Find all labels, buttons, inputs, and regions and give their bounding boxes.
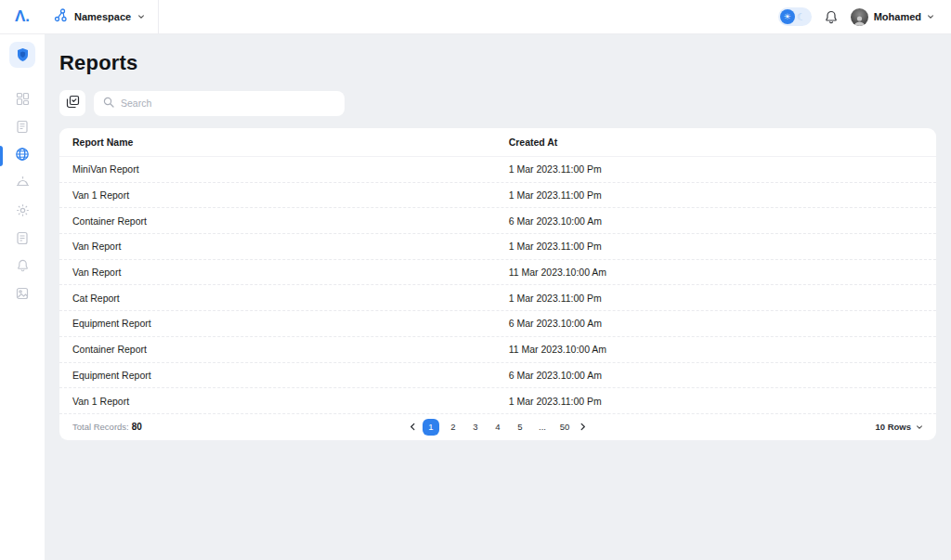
main-content: Reports Report Name Create	[45, 34, 951, 560]
dashboard-grid-icon	[16, 92, 30, 110]
pagination: 12345...50	[409, 419, 587, 436]
bell-icon	[17, 259, 29, 276]
sidebar-item-devices[interactable]	[0, 170, 45, 198]
report-name-cell: Container Report	[72, 215, 509, 227]
created-at-cell: 1 Mar 2023.11:00 Pm	[509, 163, 936, 175]
logo-icon: Λ.	[15, 7, 30, 26]
report-name-cell: MiniVan Report	[72, 163, 509, 175]
table-row[interactable]: Van 1 Report1 Mar 2023.11:00 Pm	[59, 388, 936, 414]
table-row[interactable]: Container Report6 Mar 2023.10:00 Am	[59, 208, 936, 234]
topbar: Λ. Namespace ☀ ☾	[0, 0, 951, 34]
page-button[interactable]: 3	[467, 419, 484, 436]
report-name-cell: Van 1 Report	[72, 189, 509, 201]
chevron-down-icon	[916, 423, 923, 431]
table-footer: Total Records:80 12345...50 10 Rows	[59, 414, 936, 440]
sidebar-item-dashboard[interactable]	[0, 86, 45, 114]
report-document-icon	[16, 231, 29, 249]
report-name-cell: Equipment Report	[72, 318, 509, 329]
report-name-cell: Van Report	[72, 267, 509, 278]
created-at-cell: 1 Mar 2023.11:00 Pm	[509, 241, 936, 252]
shield-icon	[9, 42, 35, 68]
user-photo-avatar	[851, 8, 868, 26]
gear-icon	[16, 203, 30, 221]
created-at-cell: 11 Mar 2023.10:00 Am	[509, 267, 936, 278]
hierarchy-nodes-icon	[54, 8, 68, 26]
report-name-cell: Equipment Report	[72, 370, 509, 381]
table-header: Report Name Created At	[59, 128, 936, 157]
prev-page-button[interactable]	[409, 423, 417, 431]
table-row[interactable]: Van 1 Report1 Mar 2023.11:00 Pm	[59, 183, 936, 209]
created-at-cell: 11 Mar 2023.10:00 Am	[509, 344, 936, 355]
sidebar-item-media[interactable]	[0, 281, 45, 309]
bell-icon[interactable]	[825, 10, 838, 24]
created-at-cell: 6 Mar 2023.10:00 Am	[509, 318, 936, 329]
table-body: MiniVan Report1 Mar 2023.11:00 PmVan 1 R…	[59, 157, 936, 414]
theme-toggle[interactable]: ☀ ☾	[778, 7, 812, 26]
namespace-selector[interactable]: Namespace	[45, 0, 159, 34]
search-icon	[103, 95, 114, 111]
table-row[interactable]: MiniVan Report1 Mar 2023.11:00 Pm	[59, 157, 936, 183]
sun-icon: ☀	[780, 9, 795, 24]
sidebar-item-invoices[interactable]	[0, 114, 45, 142]
user-name: Mohamed	[874, 11, 921, 22]
copy-check-icon	[66, 95, 80, 111]
chevron-down-icon	[137, 13, 145, 20]
report-name-cell: Container Report	[72, 344, 509, 355]
report-name-cell: Van Report	[72, 241, 509, 252]
image-icon	[16, 287, 29, 304]
sidebar-item-reports[interactable]	[0, 142, 45, 170]
page-title: Reports	[59, 51, 936, 75]
search-box	[94, 91, 345, 116]
page-button[interactable]: 1	[423, 419, 439, 436]
next-page-button[interactable]	[579, 423, 587, 431]
total-records: Total Records:80	[72, 422, 142, 432]
table-row[interactable]: Equipment Report6 Mar 2023.10:00 Am	[59, 363, 936, 389]
report-name-cell: Cat Report	[72, 293, 509, 304]
table-row[interactable]: Van Report1 Mar 2023.11:00 Pm	[59, 234, 936, 260]
created-at-cell: 6 Mar 2023.10:00 Am	[509, 215, 936, 227]
app-logo[interactable]: Λ.	[0, 7, 45, 26]
moon-icon: ☾	[797, 11, 806, 23]
search-input[interactable]	[121, 98, 335, 109]
column-created-at: Created At	[509, 137, 936, 148]
toolbar	[59, 90, 936, 116]
table-row[interactable]: Cat Report1 Mar 2023.11:00 Pm	[59, 285, 936, 311]
rows-per-page-select[interactable]: 10 Rows	[875, 422, 923, 432]
sidebar-item-shield[interactable]	[0, 34, 45, 75]
namespace-label: Namespace	[74, 11, 131, 22]
sidebar	[0, 34, 45, 560]
multiselect-button[interactable]	[59, 90, 85, 116]
rows-per-page-label: 10 Rows	[875, 422, 911, 432]
total-records-value: 80	[132, 422, 142, 432]
sidebar-item-settings[interactable]	[0, 198, 45, 226]
table-row[interactable]: Container Report11 Mar 2023.10:00 Am	[59, 337, 936, 363]
sidebar-item-documents[interactable]	[0, 226, 45, 254]
chevron-down-icon	[927, 13, 934, 20]
table-row[interactable]: Equipment Report6 Mar 2023.10:00 Am	[59, 311, 936, 337]
created-at-cell: 1 Mar 2023.11:00 Pm	[509, 293, 936, 304]
sidebar-item-notifications[interactable]	[0, 254, 45, 281]
dome-alert-icon	[16, 176, 30, 192]
report-name-cell: Van 1 Report	[72, 396, 509, 407]
page-button[interactable]: 5	[512, 419, 528, 436]
column-report-name: Report Name	[72, 137, 509, 148]
invoice-icon	[16, 120, 29, 137]
active-indicator	[0, 146, 3, 166]
reports-table: Report Name Created At MiniVan Report1 M…	[59, 128, 936, 440]
page-button[interactable]: 4	[489, 419, 506, 436]
page-ellipsis: ...	[534, 419, 551, 436]
created-at-cell: 6 Mar 2023.10:00 Am	[509, 370, 936, 381]
page-button[interactable]: 50	[556, 419, 573, 436]
page-button[interactable]: 2	[445, 419, 462, 436]
user-menu[interactable]: Mohamed	[851, 8, 934, 26]
table-row[interactable]: Van Report11 Mar 2023.10:00 Am	[59, 260, 936, 286]
created-at-cell: 1 Mar 2023.11:00 Pm	[509, 396, 936, 407]
created-at-cell: 1 Mar 2023.11:00 Pm	[509, 189, 936, 201]
globe-icon	[15, 147, 30, 165]
